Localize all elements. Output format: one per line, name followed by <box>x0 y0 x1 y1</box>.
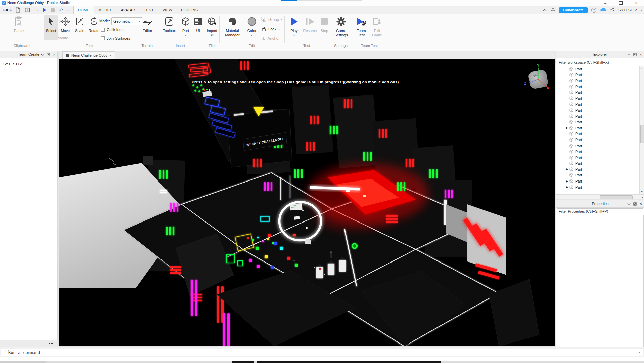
qat-dropdown-caret-icon[interactable]: ▾ <box>67 9 68 12</box>
color-button[interactable]: Color ▾ <box>244 15 259 38</box>
help-icon[interactable]: ? <box>591 8 596 13</box>
tab-model[interactable]: MODEL <box>94 6 117 14</box>
stop-button[interactable]: Stop <box>318 15 330 33</box>
game-settings-button[interactable]: Game Settings <box>331 15 351 37</box>
notifications-bell-icon[interactable] <box>551 7 555 13</box>
stop-quick-icon[interactable] <box>51 8 55 12</box>
close-button[interactable]: × <box>629 0 644 6</box>
command-input[interactable]: ⋮⋮ Run a command ▾ <box>1 349 643 356</box>
viewport-tab[interactable]: Neon Challenge Obby × <box>62 51 115 59</box>
tree-item-part[interactable]: ▶Part <box>556 113 639 119</box>
dock-icon[interactable] <box>633 202 637 206</box>
expand-arrow-icon[interactable]: ▶ <box>565 180 569 183</box>
hscroll-thumb[interactable] <box>600 195 633 199</box>
tab-plugins[interactable]: PLUGINS <box>177 6 202 14</box>
tree-item-part[interactable]: ▶Part <box>556 155 639 161</box>
resume-button[interactable]: Resume <box>302 15 318 33</box>
dock-icon[interactable] <box>47 53 50 56</box>
expand-arrow-icon[interactable]: ▶ <box>565 126 569 129</box>
terrain-editor-button[interactable]: Editor <box>138 15 156 33</box>
scroll-right-icon[interactable]: ▸ <box>642 196 643 199</box>
tab-avatar[interactable]: AVATAR <box>117 6 140 14</box>
more-options-icon[interactable]: ••• <box>49 341 54 345</box>
group-button[interactable]: Group ▾ <box>261 17 282 22</box>
undo-icon[interactable]: ↶ <box>59 7 63 13</box>
material-manager-button[interactable]: Material Manager <box>221 15 244 37</box>
scale-tool-button[interactable]: Scale <box>73 15 87 33</box>
play-quick-icon[interactable] <box>43 8 47 12</box>
maximize-button[interactable] <box>613 0 629 6</box>
tree-item-part[interactable]: ▶Part <box>556 66 639 72</box>
new-file-icon[interactable] <box>15 7 20 13</box>
collapse-chevron-icon[interactable] <box>41 53 44 56</box>
tree-item-part[interactable]: ▶Part <box>556 102 639 108</box>
share-icon[interactable] <box>610 7 615 13</box>
tree-item-part[interactable]: ▶Part <box>556 119 639 125</box>
rotate-tool-button[interactable]: Rotate <box>87 15 101 33</box>
team-create-member[interactable]: SYTEST12 <box>3 62 22 66</box>
tree-item-part[interactable]: ▶Part <box>556 78 639 84</box>
user-dropdown-caret-icon[interactable]: ▾ <box>641 9 642 12</box>
team-test-button[interactable]: Team Test <box>354 15 369 37</box>
import-3d-button[interactable]: Import 3D <box>204 15 220 37</box>
color-dropdown-caret-icon[interactable]: ▾ <box>244 33 259 38</box>
expand-arrow-icon[interactable]: ▶ <box>565 186 569 189</box>
scroll-up-icon[interactable]: ▴ <box>640 67 644 70</box>
properties-filter-input[interactable] <box>557 208 643 214</box>
tree-item-part[interactable]: ▶Part <box>556 161 639 167</box>
toolbox-button[interactable]: Toolbox <box>160 15 179 33</box>
command-caret-icon[interactable]: ▾ <box>639 351 640 354</box>
username-label[interactable]: SYTEST12 <box>618 8 637 12</box>
anchor-button[interactable]: ⚓ Anchor <box>261 36 280 41</box>
move-tool-button[interactable]: Move <box>58 15 73 33</box>
chevron-up-icon[interactable] <box>543 7 547 13</box>
filter-caret-icon[interactable]: ▾ <box>640 61 642 64</box>
play-dropdown-caret-icon[interactable]: ▾ <box>287 33 302 38</box>
minimize-button[interactable]: – <box>598 0 613 6</box>
filter-caret-icon[interactable]: ▾ <box>640 210 642 213</box>
tree-item-part[interactable]: ▶Part <box>556 149 639 155</box>
close-panel-icon[interactable]: × <box>53 53 55 56</box>
tab-test[interactable]: TEST <box>139 6 158 14</box>
tree-item-part[interactable]: ▶Part <box>556 107 639 113</box>
close-panel-icon[interactable]: × <box>639 202 642 206</box>
tab-close-icon[interactable]: × <box>109 54 111 57</box>
viewport-3d[interactable]: Press N to open settings and J to open t… <box>59 59 555 346</box>
redo-icon[interactable]: ↷ <box>34 7 38 13</box>
tree-item-part[interactable]: ▶Part <box>556 172 639 178</box>
explorer-vscrollbar[interactable]: ▴ ▾ <box>639 66 644 194</box>
tree-item-part[interactable]: ▶Part <box>556 178 639 184</box>
close-panel-icon[interactable]: × <box>639 53 642 56</box>
collapse-chevron-icon[interactable] <box>627 203 631 205</box>
play-button[interactable]: Play ▾ <box>287 15 302 38</box>
tree-item-part[interactable]: ▶Part <box>556 72 639 78</box>
tree-item-part[interactable]: ▶Part <box>556 143 639 149</box>
paste-button[interactable]: Paste <box>9 15 28 33</box>
tree-item-part[interactable]: ▶Part <box>556 84 639 90</box>
open-file-icon[interactable] <box>25 7 30 13</box>
tab-home[interactable]: HOME <box>73 6 94 14</box>
tree-item-part[interactable]: ▶Part <box>556 95 639 102</box>
collisions-checkbox[interactable]: Collisions <box>101 28 123 32</box>
tree-item-part[interactable]: ▶Part <box>556 125 639 131</box>
tree-item-part[interactable]: ▶Part <box>556 137 639 143</box>
file-menu-button[interactable]: FILE <box>3 6 12 14</box>
view-cube[interactable]: Top Y Z X <box>524 65 553 93</box>
explorer-filter-input[interactable] <box>557 59 643 65</box>
tree-item-part[interactable]: ▶Part <box>556 166 639 172</box>
exit-game-button[interactable]: Exit Game <box>369 15 385 37</box>
scroll-down-icon[interactable]: ▾ <box>640 190 644 193</box>
join-surfaces-checkbox[interactable]: Join Surfaces <box>101 36 130 40</box>
mode-select[interactable]: Geometric ▾ <box>111 17 142 25</box>
expand-arrow-icon[interactable]: ▶ <box>565 168 569 171</box>
insert-part-button[interactable]: Part ▾ <box>179 15 192 38</box>
insert-ui-button[interactable]: UI <box>193 15 203 33</box>
vscroll-thumb[interactable] <box>640 125 644 143</box>
dock-icon[interactable] <box>633 53 637 56</box>
explorer-hscrollbar[interactable]: ▸ <box>556 194 644 199</box>
lock-button[interactable]: Lock ▾ <box>261 26 280 32</box>
tree-item-part[interactable]: ▶Part <box>556 89 639 95</box>
tree-item-part[interactable]: ▶Part <box>556 131 639 137</box>
collapse-chevron-icon[interactable] <box>627 53 631 56</box>
tab-view[interactable]: VIEW <box>158 6 177 14</box>
